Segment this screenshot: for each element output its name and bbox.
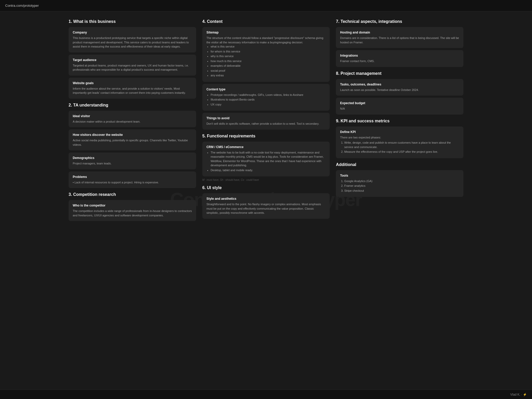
bottom-user: Vlad K. · ⚡: [510, 393, 527, 396]
card-demo-text: Project managers, team leads.: [73, 161, 192, 166]
card-style-text: Straightforward and to the point. No fla…: [207, 202, 326, 215]
section-5: 5. Functional requirements CRM / CMS / e…: [202, 134, 330, 182]
card-deadlines: Tasks, outcomes, deadlines Launch as soo…: [336, 79, 463, 96]
section-7: 7. Technical aspects, integrations Hosti…: [336, 19, 463, 67]
section-9-title: 9. KPI and success metrics: [336, 119, 463, 123]
top-bar: Contra.com/prototyper: [0, 0, 532, 11]
section-1: 1. What is this business Company This bu…: [69, 19, 196, 99]
section-additional: Additional Tools Google Analytics (GA)Fr…: [336, 162, 463, 197]
main-content: 1. What is this business Company This bu…: [58, 11, 474, 229]
card-competitor-title: Who is the competitor: [73, 204, 192, 207]
top-bar-logo: Contra.com/prototyper: [5, 4, 39, 8]
card-hosting: Hosting and domain Domains are in consid…: [336, 27, 463, 48]
card-company: Company This business is a productized p…: [69, 27, 196, 52]
card-discover: How visitors discover the website Active…: [69, 129, 196, 150]
card-crm: CRM / CMS / eCommerce The website has to…: [202, 142, 330, 177]
card-hosting-text: Domains are in consideration. There is a…: [340, 36, 459, 44]
card-discover-title: How visitors discover the website: [73, 133, 192, 137]
card-budget: Expected budget N/A: [336, 98, 463, 115]
card-sitemap: Sitemap The structure of the content sho…: [202, 27, 330, 82]
card-content-type-title: Content type: [207, 88, 326, 91]
functional-legend: M · must have, Sh · should have, Co · co…: [202, 178, 330, 181]
card-avoid-text: Don't sell skills in specific software, …: [207, 122, 326, 126]
card-problems-text: • Lack of internal resources to support …: [73, 180, 192, 185]
card-target-audience: Target audience Targeted at product team…: [69, 55, 196, 76]
column-2: 4. Content Sitemap The structure of the …: [202, 19, 330, 221]
card-crm-text: The website has to be built with a no-co…: [207, 150, 326, 172]
card-deadlines-text: Launch as soon as possible. Tentative de…: [340, 88, 459, 92]
card-goals-text: Inform the audience about the service, a…: [73, 87, 192, 95]
column-1: 1. What is this business Company This bu…: [69, 19, 196, 221]
section-additional-title: Additional: [336, 162, 463, 167]
card-goals-title: Website goals: [73, 81, 192, 85]
card-tools-title: Tools: [340, 174, 459, 177]
card-deadlines-title: Tasks, outcomes, deadlines: [340, 83, 459, 86]
bottom-bar: Vlad K. · ⚡: [0, 390, 532, 399]
section-3: 3. Competition research Who is the compe…: [69, 192, 196, 221]
card-target-title: Target audience: [73, 58, 192, 62]
card-style: Style and aesthetics Straightforward and…: [202, 193, 330, 219]
card-things-avoid: Things to avoid Don't sell skills in spe…: [202, 113, 330, 130]
card-tools-text: Google Analytics (GA)Framer analyticsStr…: [340, 179, 459, 193]
card-problems: Problems • Lack of internal resources to…: [69, 171, 196, 188]
card-kpi-title: Define KPI: [340, 130, 459, 134]
card-website-goals: Website goals Inform the audience about …: [69, 78, 196, 99]
card-kpi: Define KPI There are two expected phases…: [336, 127, 463, 158]
card-ideal-title: Ideal visitor: [73, 114, 192, 118]
card-sitemap-title: Sitemap: [207, 31, 326, 34]
section-9: 9. KPI and success metrics Define KPI Th…: [336, 119, 463, 158]
section-5-title: 5. Functional requirements: [202, 134, 330, 138]
section-2-title: 2. TA understanding: [69, 103, 196, 108]
card-content-type-text: Prototype recordings / walkthroughs. GIF…: [207, 93, 326, 107]
card-demo-title: Demographics: [73, 156, 192, 160]
card-kpi-text: There are two expected phases: Write, de…: [340, 135, 459, 154]
section-2: 2. TA understanding Ideal visitor A deci…: [69, 103, 196, 188]
card-sitemap-text: The structure of the content should foll…: [207, 36, 326, 78]
card-competitor: Who is the competitor The competition in…: [69, 200, 196, 221]
card-style-title: Style and aesthetics: [207, 197, 326, 201]
card-problems-title: Problems: [73, 175, 192, 179]
card-budget-title: Expected budget: [340, 101, 459, 105]
section-4-title: 4. Content: [202, 19, 330, 24]
section-3-title: 3. Competition research: [69, 192, 196, 197]
card-crm-title: CRM / CMS / eCommerce: [207, 145, 326, 149]
section-8-title: 8. Project management: [336, 71, 463, 76]
section-8: 8. Project management Tasks, outcomes, d…: [336, 71, 463, 115]
card-integrations-title: Integrations: [340, 54, 459, 57]
section-6: 6. UI style Style and aesthetics Straigh…: [202, 185, 330, 219]
card-ideal-visitor: Ideal visitor A decision maker within a …: [69, 111, 196, 128]
card-target-text: Targeted at product teams, product manag…: [73, 63, 192, 72]
card-competitor-text: The competition includes a wide range of…: [73, 209, 192, 217]
card-content-type: Content type Prototype recordings / walk…: [202, 84, 330, 111]
card-company-text: This business is a productized prototypi…: [73, 36, 192, 49]
section-4: 4. Content Sitemap The structure of the …: [202, 19, 330, 130]
card-ideal-text: A decision maker within a product develo…: [73, 119, 192, 124]
section-1-title: 1. What is this business: [69, 19, 196, 24]
card-integrations: Integrations Framer contact form, CMS.: [336, 50, 463, 67]
card-avoid-title: Things to avoid: [207, 116, 326, 120]
section-6-title: 6. UI style: [202, 185, 330, 190]
card-company-title: Company: [73, 31, 192, 34]
card-hosting-title: Hosting and domain: [340, 31, 459, 34]
card-tools: Tools Google Analytics (GA)Framer analyt…: [336, 170, 463, 197]
card-demographics: Demographics Project managers, team lead…: [69, 152, 196, 169]
column-3: 7. Technical aspects, integrations Hosti…: [336, 19, 463, 221]
section-7-title: 7. Technical aspects, integrations: [336, 19, 463, 24]
card-discover-text: Active social media publishing, potentia…: [73, 138, 192, 147]
card-budget-text: N/A: [340, 107, 459, 111]
card-integrations-text: Framer contact form, CMS.: [340, 59, 459, 63]
